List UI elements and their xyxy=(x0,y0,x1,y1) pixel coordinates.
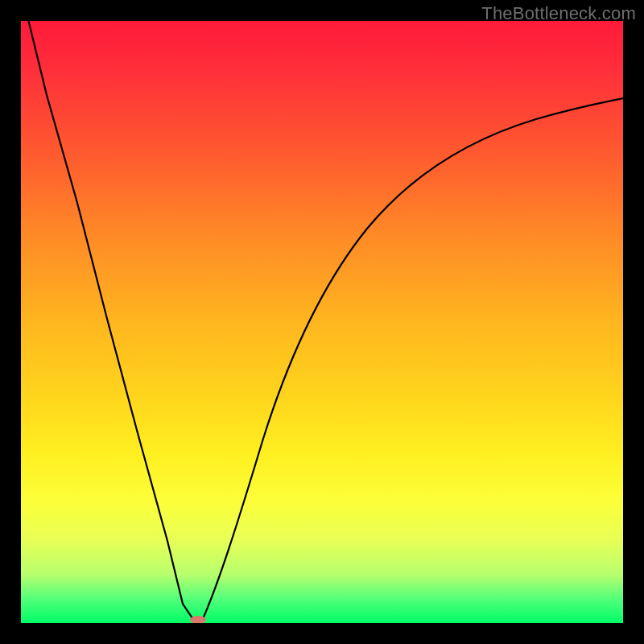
chart-svg xyxy=(21,21,623,623)
curve-left-branch xyxy=(27,21,194,621)
plot-area xyxy=(21,21,623,623)
curve-right-branch xyxy=(202,98,623,621)
watermark-label: TheBottleneck.com xyxy=(481,3,636,24)
